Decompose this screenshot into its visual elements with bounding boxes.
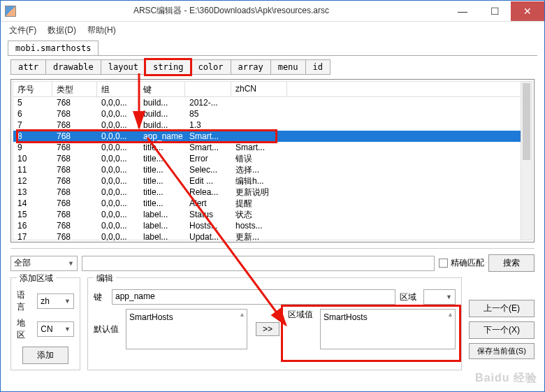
typetab-attr[interactable]: attr bbox=[10, 59, 46, 75]
typetab-string[interactable]: string bbox=[145, 59, 191, 75]
typetab-id[interactable]: id bbox=[305, 59, 330, 75]
col-empty[interactable] bbox=[185, 82, 231, 97]
add-region-group: 添加区域 语言 zh▼ 地区 CN▼ 添加 bbox=[10, 277, 80, 370]
lang-label: 语言 bbox=[17, 289, 33, 313]
typetab-drawable[interactable]: drawable bbox=[45, 59, 101, 75]
search-scope-combo[interactable]: 全部▼ bbox=[10, 256, 78, 271]
add-region-title: 添加区域 bbox=[17, 273, 56, 284]
region-combo[interactable]: CN▼ bbox=[37, 321, 74, 337]
region-btn-label: 区域 bbox=[400, 291, 419, 303]
typetab-menu[interactable]: menu bbox=[270, 59, 306, 75]
default-value-box[interactable]: SmartHosts ▲ bbox=[126, 309, 247, 349]
default-label: 默认值 bbox=[94, 324, 122, 335]
table-row[interactable]: 117680,0,0...title...Selec...选择... bbox=[13, 164, 532, 175]
key-label: 键 bbox=[94, 291, 108, 303]
copy-to-region-button[interactable]: >> bbox=[256, 322, 279, 336]
table-row[interactable]: 57680,0,0...build...2012-... bbox=[13, 97, 532, 108]
table-row[interactable]: 177680,0,0...label...Updat...更新... bbox=[13, 231, 532, 242]
table-row[interactable]: 67680,0,0...build...85 bbox=[13, 108, 532, 119]
region-value-box[interactable]: SmartHosts ▲ bbox=[320, 309, 456, 349]
menu-file[interactable]: 文件(F) bbox=[9, 24, 36, 36]
typetab-color[interactable]: color bbox=[190, 59, 231, 75]
table-row[interactable]: 167680,0,0...label...Hosts...hosts... bbox=[13, 220, 532, 231]
maximize-button[interactable]: ☐ bbox=[479, 1, 511, 21]
minimize-button[interactable]: — bbox=[446, 1, 479, 21]
table-row[interactable]: 97680,0,0...title...Smart...Smart... bbox=[13, 142, 532, 153]
lang-combo[interactable]: zh▼ bbox=[37, 293, 74, 309]
exact-match-checkbox[interactable]: 精确匹配 bbox=[439, 257, 484, 269]
edit-title: 编辑 bbox=[94, 273, 116, 284]
menu-help[interactable]: 帮助(H) bbox=[87, 24, 116, 36]
key-input[interactable]: app_name bbox=[112, 289, 395, 305]
table-row[interactable]: 87680,0,0...app_nameSmart... bbox=[13, 131, 532, 142]
col-group[interactable]: 组 bbox=[97, 82, 139, 97]
region-value-label: 区域值 bbox=[288, 309, 316, 321]
file-tab[interactable]: mobi.smarthosts bbox=[8, 41, 99, 55]
menu-data[interactable]: 数据(D) bbox=[48, 24, 76, 36]
save-current-button[interactable]: 保存当前值(S) bbox=[469, 343, 535, 359]
close-button[interactable]: ✕ bbox=[511, 1, 544, 21]
prev-button[interactable]: 上一个(E) bbox=[469, 300, 535, 317]
table-row[interactable]: 77680,0,0...build...1.3 bbox=[13, 119, 532, 131]
vertical-scrollbar[interactable] bbox=[521, 82, 532, 240]
col-seq[interactable]: 序号 bbox=[13, 82, 52, 97]
col-type[interactable]: 类型 bbox=[52, 82, 97, 97]
col-blank bbox=[287, 82, 532, 97]
search-button[interactable]: 搜索 bbox=[488, 254, 535, 272]
region-label: 地区 bbox=[17, 317, 33, 341]
col-zhcn[interactable]: zhCN bbox=[231, 82, 287, 97]
watermark: Baidu 经验 bbox=[475, 371, 537, 386]
next-button[interactable]: 下一个(X) bbox=[469, 321, 535, 339]
col-key[interactable]: 键 bbox=[139, 82, 185, 97]
table-row[interactable]: 147680,0,0...title...Alert提醒 bbox=[13, 198, 532, 209]
region-value-combo[interactable]: ▼ bbox=[423, 289, 456, 305]
table-row[interactable]: 157680,0,0...label...Status状态 bbox=[13, 209, 532, 220]
window-title: ARSC编辑器 - E:\360Downloads\Apk\resources.… bbox=[16, 5, 446, 17]
table-row[interactable]: 137680,0,0...title...Relea...更新说明 bbox=[13, 187, 532, 198]
table-row[interactable]: 107680,0,0...title...Error错误 bbox=[13, 153, 532, 164]
table-row[interactable]: 127680,0,0...title...Edit ...编辑h... bbox=[13, 175, 532, 187]
search-input[interactable] bbox=[82, 256, 435, 271]
edit-group: 编辑 键 app_name 区域 ▼ 默认值 SmartHosts ▲ bbox=[87, 277, 462, 370]
app-icon bbox=[5, 6, 16, 17]
add-button[interactable]: 添加 bbox=[22, 347, 68, 364]
typetab-array[interactable]: array bbox=[231, 59, 271, 75]
typetab-layout[interactable]: layout bbox=[101, 59, 146, 75]
